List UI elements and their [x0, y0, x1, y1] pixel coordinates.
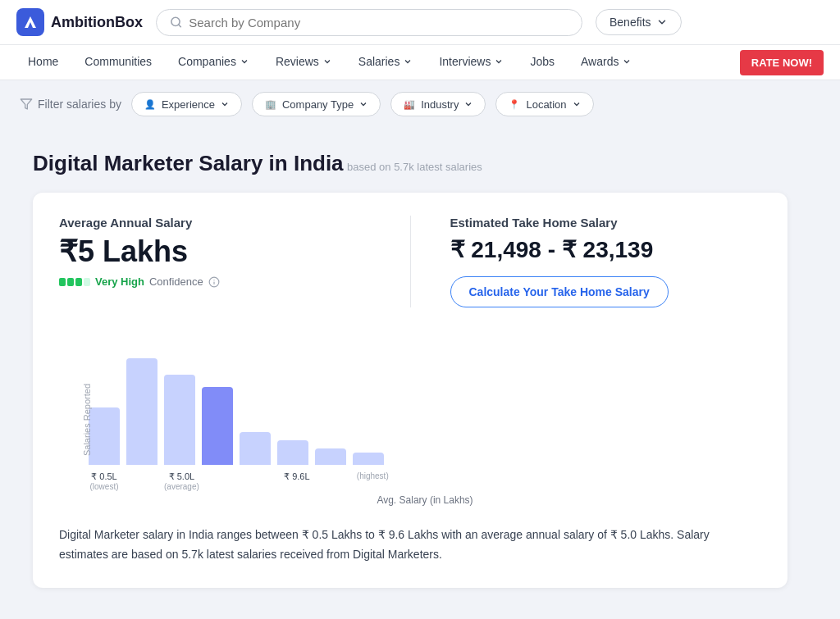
bars-container: [89, 334, 761, 465]
take-home-label: Estimated Take Home Salary: [450, 216, 762, 230]
nav-bar: Home Communities Companies Reviews Salar…: [0, 45, 840, 80]
bar-item: [126, 358, 158, 465]
x-label-group: ₹ 0.5L(lowest): [89, 471, 120, 491]
chevron-down-icon: [322, 57, 332, 66]
info-icon[interactable]: [208, 276, 220, 288]
nav-interviews[interactable]: Interviews: [427, 45, 515, 80]
chart-y-label: Salaries Reported: [82, 384, 92, 456]
experience-filter[interactable]: 👤 Experience: [131, 92, 242, 116]
logo-icon: [16, 8, 44, 36]
industry-filter[interactable]: 🏭 Industry: [390, 92, 486, 116]
salary-right: Estimated Take Home Salary ₹ 21,498 - ₹ …: [450, 216, 762, 307]
page-title: Digital Marketer Salary in India: [33, 151, 344, 175]
avg-annual-amount: ₹5 Lakhs: [59, 234, 371, 269]
conf-bar-4: [84, 278, 90, 286]
salary-card: Average Annual Salary ₹5 Lakhs Very High…: [33, 193, 788, 588]
bar-item: [315, 448, 346, 465]
confidence-row: Very High Confidence: [59, 275, 371, 288]
experience-icon: 👤: [144, 98, 157, 111]
benefits-label: Benefits: [609, 16, 651, 29]
chevron-down-icon: [240, 57, 249, 66]
chevron-down-icon: [656, 16, 668, 28]
x-label-sub: (average): [164, 482, 199, 491]
bar-item: [202, 387, 233, 465]
search-bar[interactable]: [156, 9, 582, 36]
nav-companies[interactable]: Companies: [167, 45, 261, 80]
avg-annual-label: Average Annual Salary: [59, 216, 371, 230]
bar-item: [89, 407, 120, 465]
location-icon: 📍: [508, 98, 521, 111]
benefits-dropdown[interactable]: Benefits: [596, 9, 682, 35]
nav-home[interactable]: Home: [16, 45, 70, 80]
x-label-group: [126, 471, 158, 491]
x-label-sub: (lowest): [89, 482, 118, 491]
page-title-wrapper: Digital Marketer Salary in India based o…: [33, 151, 788, 176]
card-divider: [410, 216, 411, 307]
industry-icon: 🏭: [403, 98, 416, 111]
take-home-amount: ₹ 21,498 - ₹ 23,139: [450, 236, 762, 263]
x-label-main: ₹ 0.5L: [91, 471, 116, 482]
filter-icon: [20, 98, 33, 111]
description-text: Digital Marketer salary in India ranges …: [59, 526, 761, 565]
logo[interactable]: AmbitionBox: [16, 8, 143, 36]
search-input[interactable]: [189, 16, 568, 30]
confidence-bar: [59, 278, 90, 286]
calculate-salary-button[interactable]: Calculate Your Take Home Salary: [450, 276, 669, 307]
svg-line-3: [179, 25, 181, 27]
company-type-filter[interactable]: 🏢 Company Type: [252, 92, 381, 116]
chevron-down-icon: [572, 99, 582, 109]
salary-chart: Salaries Reported ₹ 0.5L(lowest)₹ 5.0L(a…: [59, 334, 761, 506]
nav-awards[interactable]: Awards: [569, 45, 643, 80]
x-label-group: [319, 471, 350, 491]
conf-bar-2: [67, 278, 74, 286]
confidence-text: Confidence: [149, 275, 203, 288]
x-label-main: ₹ 9.6L: [284, 471, 309, 482]
conf-bar-1: [59, 278, 66, 286]
bar-item: [353, 453, 384, 465]
nav-reviews[interactable]: Reviews: [264, 45, 344, 80]
svg-marker-4: [21, 99, 31, 109]
x-label-group: [244, 471, 275, 491]
salary-description: Digital Marketer salary in India ranges …: [59, 526, 761, 565]
rate-now-button[interactable]: RATE NOW!: [740, 50, 824, 75]
chart-x-axis-title: Avg. Salary (in Lakhs): [89, 494, 761, 506]
chevron-down-icon: [463, 99, 473, 109]
x-label-group: ₹ 9.6L: [281, 471, 313, 491]
x-label-sub: (highest): [357, 471, 389, 480]
chevron-down-icon: [622, 57, 632, 66]
filter-bar: Filter salaries by 👤 Experience 🏢 Compan…: [0, 80, 840, 128]
nav-communities[interactable]: Communities: [73, 45, 163, 80]
chevron-down-icon: [403, 57, 413, 66]
chevron-down-icon: [220, 99, 230, 109]
nav-salaries[interactable]: Salaries: [347, 45, 425, 80]
salary-card-top: Average Annual Salary ₹5 Lakhs Very High…: [59, 216, 761, 307]
chevron-down-icon: [358, 99, 368, 109]
x-label-group: [206, 471, 237, 491]
bar-item: [277, 440, 308, 465]
nav-jobs[interactable]: Jobs: [518, 45, 566, 80]
chart-x-labels: ₹ 0.5L(lowest)₹ 5.0L(average)₹ 9.6L(high…: [89, 471, 761, 491]
top-bar: AmbitionBox Benefits: [0, 0, 840, 45]
company-type-icon: 🏢: [264, 98, 277, 111]
chevron-down-icon: [494, 57, 504, 66]
bar-item: [164, 375, 195, 465]
bar-item: [240, 432, 271, 465]
location-filter[interactable]: 📍 Location: [495, 92, 593, 116]
confidence-level: Very High: [95, 275, 144, 288]
filter-label: Filter salaries by: [20, 98, 121, 111]
page-subtitle: based on 5.7k latest salaries: [347, 161, 482, 173]
x-label-group: (highest): [357, 471, 389, 491]
x-label-main: ₹ 5.0L: [169, 471, 194, 482]
salary-left: Average Annual Salary ₹5 Lakhs Very High…: [59, 216, 371, 307]
conf-bar-3: [75, 278, 82, 286]
logo-text: AmbitionBox: [51, 14, 143, 31]
search-icon: [170, 16, 182, 29]
main-content: Digital Marketer Salary in India based o…: [0, 128, 820, 611]
x-label-group: ₹ 5.0L(average): [164, 471, 199, 491]
